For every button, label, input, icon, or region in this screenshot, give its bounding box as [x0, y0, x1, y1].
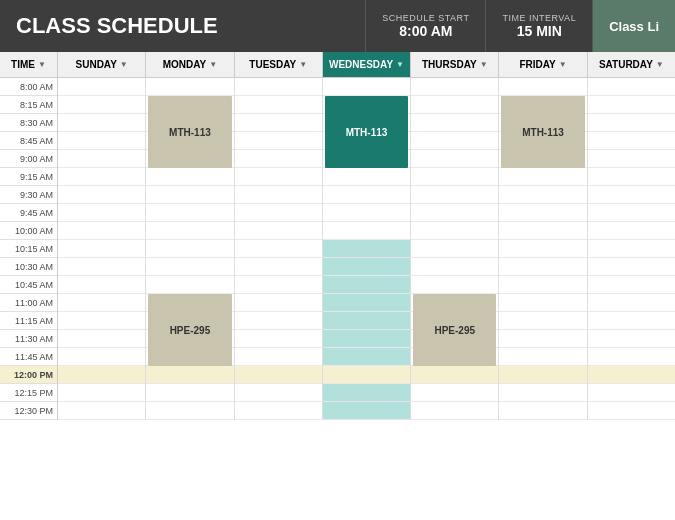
- event-hpe295[interactable]: HPE-295: [413, 294, 496, 366]
- grid-cell: [235, 240, 322, 258]
- grid-cell: [235, 132, 322, 150]
- col-friday[interactable]: FRIDAY ▼: [499, 52, 587, 77]
- grid-cell: [323, 348, 410, 366]
- grid-cell: [235, 258, 322, 276]
- grid-cell: [235, 186, 322, 204]
- grid-cell: [58, 204, 145, 222]
- grid-cell: [58, 312, 145, 330]
- grid-cell: [146, 366, 233, 384]
- event-mth113[interactable]: MTH-113: [325, 96, 408, 168]
- col-monday[interactable]: MONDAY ▼: [146, 52, 234, 77]
- time-cell: 9:00 AM: [0, 150, 57, 168]
- sort-icon-wednesday: ▼: [396, 60, 404, 69]
- col-time[interactable]: TIME ▼: [0, 52, 58, 77]
- grid-cell: [235, 384, 322, 402]
- col-thursday[interactable]: THURSDAY ▼: [411, 52, 499, 77]
- grid-cell: [146, 186, 233, 204]
- header-meta: SCHEDULE START 8:00 AM TIME INTERVAL 15 …: [260, 0, 675, 52]
- schedule-start-block: SCHEDULE START 8:00 AM: [365, 0, 485, 52]
- header: CLASS SCHEDULE SCHEDULE START 8:00 AM TI…: [0, 0, 675, 52]
- grid-cell: [146, 204, 233, 222]
- grid-cell: [146, 78, 233, 96]
- grid-cell: [588, 114, 675, 132]
- grid-cell: [323, 294, 410, 312]
- grid-cell: [411, 240, 498, 258]
- time-interval-label: TIME INTERVAL: [502, 13, 576, 23]
- grid-cell: [411, 132, 498, 150]
- time-column: 8:00 AM8:15 AM8:30 AM8:45 AM9:00 AM9:15 …: [0, 78, 58, 420]
- grid-cell: [58, 114, 145, 132]
- grid-cell: [235, 222, 322, 240]
- grid-cell: [58, 186, 145, 204]
- grid-cell: [235, 96, 322, 114]
- grid-cell: [411, 204, 498, 222]
- grid-cell: [411, 78, 498, 96]
- time-cell: 8:00 AM: [0, 78, 57, 96]
- time-cell: 10:30 AM: [0, 258, 57, 276]
- grid-cell: [411, 258, 498, 276]
- grid-cell: [323, 168, 410, 186]
- grid-cell: [235, 402, 322, 420]
- time-cell: 9:15 AM: [0, 168, 57, 186]
- grid-cell: [235, 348, 322, 366]
- grid-cell: [588, 132, 675, 150]
- sort-icon-monday: ▼: [209, 60, 217, 69]
- grid-cell: [235, 78, 322, 96]
- grid-cell: [146, 384, 233, 402]
- grid-cell: [411, 366, 498, 384]
- column-headers: TIME ▼ SUNDAY ▼ MONDAY ▼ TUESDAY ▼ WEDNE…: [0, 52, 675, 78]
- day-column-tuesday: [235, 78, 323, 420]
- time-cell: 8:45 AM: [0, 132, 57, 150]
- time-interval-block: TIME INTERVAL 15 MIN: [485, 0, 592, 52]
- grid-cell: [499, 402, 586, 420]
- event-mth113[interactable]: MTH-113: [501, 96, 584, 168]
- grid-cell: [499, 348, 586, 366]
- sort-icon-saturday: ▼: [656, 60, 664, 69]
- time-cell: 9:45 AM: [0, 204, 57, 222]
- event-mth113[interactable]: MTH-113: [148, 96, 231, 168]
- grid-cell: [499, 258, 586, 276]
- grid-cell: [146, 222, 233, 240]
- grid-cell: [58, 168, 145, 186]
- sort-icon-thursday: ▼: [480, 60, 488, 69]
- class-list-button[interactable]: Class Li: [592, 0, 675, 52]
- col-saturday[interactable]: SATURDAY ▼: [588, 52, 675, 77]
- grid-cell: [588, 330, 675, 348]
- grid-cell: [499, 240, 586, 258]
- grid-cell: [235, 168, 322, 186]
- grid-cell: [499, 168, 586, 186]
- grid-cell: [499, 78, 586, 96]
- grid-cell: [235, 204, 322, 222]
- grid-cell: [588, 222, 675, 240]
- time-cell: 10:00 AM: [0, 222, 57, 240]
- grid-cell: [588, 366, 675, 384]
- grid-cell: [323, 384, 410, 402]
- grid-cell: [588, 96, 675, 114]
- event-hpe295[interactable]: HPE-295: [148, 294, 231, 366]
- col-wednesday[interactable]: WEDNESDAY ▼: [323, 52, 411, 77]
- grid-cell: [411, 402, 498, 420]
- grid-cell: [588, 168, 675, 186]
- grid-cell: [588, 204, 675, 222]
- grid-cell: [499, 330, 586, 348]
- col-tuesday[interactable]: TUESDAY ▼: [235, 52, 323, 77]
- grid-cell: [235, 366, 322, 384]
- grid-cell: [588, 348, 675, 366]
- grid-cell: [588, 78, 675, 96]
- grid-cell: [323, 186, 410, 204]
- day-column-saturday: [588, 78, 675, 420]
- grid-cell: [146, 258, 233, 276]
- day-column-friday: MTH-113: [499, 78, 587, 420]
- grid-cell: [499, 312, 586, 330]
- col-sunday[interactable]: SUNDAY ▼: [58, 52, 146, 77]
- time-cell: 12:30 PM: [0, 402, 57, 420]
- grid-cell: [58, 330, 145, 348]
- grid-cell: [235, 294, 322, 312]
- day-column-monday: MTH-113HPE-295: [146, 78, 234, 420]
- grid-cell: [58, 150, 145, 168]
- time-cell: 12:00 PM: [0, 366, 57, 384]
- time-cell: 8:30 AM: [0, 114, 57, 132]
- schedule-grid: 8:00 AM8:15 AM8:30 AM8:45 AM9:00 AM9:15 …: [0, 78, 675, 420]
- time-cell: 11:00 AM: [0, 294, 57, 312]
- grid-cell: [146, 276, 233, 294]
